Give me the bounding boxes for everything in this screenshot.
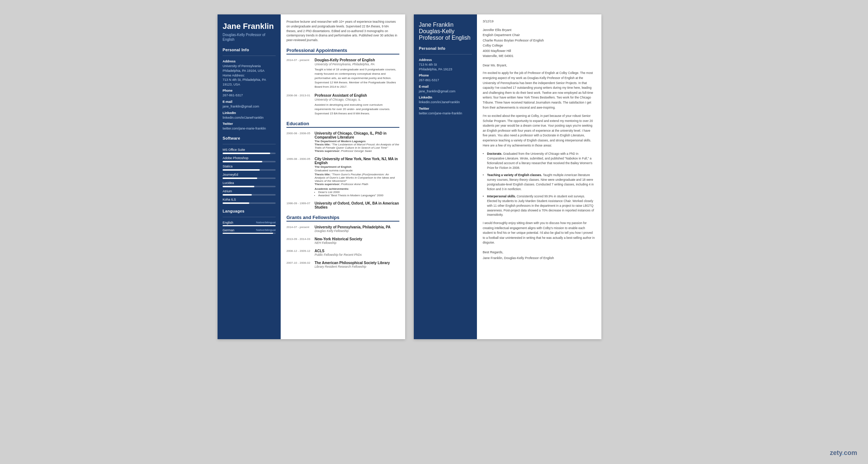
edu-title: University of Chicago, Chicago, IL, PhD … [315, 131, 399, 139]
edu-achievements: Academic achievements: [315, 187, 399, 191]
cover-date: 3/12/19 [483, 19, 596, 23]
resume-title: Douglas-Kelly Professor of English [223, 32, 276, 42]
grant-sub: Library Resident Research Fellowship [315, 265, 399, 268]
lang-level: Native/bilingual [256, 228, 276, 232]
edu-dept: The Department of Modern Laguages [315, 140, 399, 143]
edu-content: University of Oxford, Oxford, UK, BA in … [315, 201, 399, 210]
cover-personal-info-section: Personal Info [419, 46, 472, 51]
edu-thesis-title: Thesis title: "The Lesbianism of Marcel … [315, 143, 399, 149]
cover-email-value: jane_franklin@gmail.com [419, 89, 472, 94]
cover-salutation: Dear Ms. Bryant, [483, 64, 596, 67]
phone-value: 267-861-5317 [223, 93, 276, 98]
edu-title: City University of New York, New York, N… [315, 157, 399, 165]
cover-para1: I'm excited to apply for the job of Prof… [483, 71, 596, 110]
job-desc: Assisted in developing and executing cor… [315, 103, 399, 116]
job-desc: Taught a total of 18 undergraduate and 9… [315, 67, 399, 89]
edu-date: 2000-08 - 2008-05 [286, 131, 311, 153]
divider1 [223, 56, 276, 56]
lang-row: EnglishNative/bilingual [223, 221, 276, 224]
skill-bar-bg [223, 153, 276, 154]
cover-bullet-label: Doctorate. [487, 152, 503, 156]
grant-date: 2014-07 - present [286, 225, 311, 233]
lang-name: English [223, 221, 233, 224]
languages-container: EnglishNative/bilingualGermanNative/bili… [223, 221, 276, 234]
lang-bar-fill [223, 225, 276, 226]
cover-sidebar: Jane Franklin Douglas-Kelly Professor of… [414, 14, 477, 339]
education-section-title: Education [286, 121, 399, 128]
skill-item: Adobe Photoshop [223, 156, 276, 162]
email-value: jane_franklin@gmail.com [223, 104, 276, 109]
cover-linkedin-label: LinkedIn [419, 96, 472, 99]
cover-linkedin-value: linkedin.com/in/JaneFranklin [419, 100, 472, 105]
cover-email-label: E-mail [419, 85, 472, 88]
cover-signature: Jane Franklin, Douglas-Kelly Professor o… [483, 256, 596, 260]
divider2 [223, 144, 276, 144]
skill-name: Koha ILS [223, 198, 276, 201]
skill-bar-fill [223, 161, 262, 162]
skill-bar-fill [223, 194, 252, 196]
cover-closing: Best Regards, [483, 250, 596, 254]
skill-item: Statica [223, 165, 276, 171]
skill-bar-bg [223, 202, 276, 204]
edu-date: 1996-09 - 1999-07 [286, 201, 311, 210]
cover-phone-label: Phone [419, 74, 472, 77]
edu-entry: 1999-08 - 2000-05City University of New … [286, 157, 399, 197]
grant-date: 2007-10 - 2008-02 [286, 261, 311, 268]
lang-bar-fill [223, 233, 273, 234]
grant-content: ACLSPublic Fellowship for Recent PhDs [315, 249, 399, 257]
cover-main: 3/12/19 Jennifer Ellis Bryant English De… [477, 14, 601, 339]
lang-row: GermanNative/bilingual [223, 228, 276, 232]
edu-summa: Graduated summa cum laude [315, 168, 399, 173]
grant-title: ACLS [315, 249, 399, 253]
job-org: University of Pennsylvania, Philadelphia… [315, 62, 399, 66]
skill-item: JourneyEd [223, 173, 276, 179]
job-date: 2008-08 - 2013-01 [286, 93, 311, 116]
grant-title: University of Pennsylvania, Philadelphia… [315, 225, 399, 229]
cover-bullet-item: Interpersonal skills. Consistently score… [483, 194, 596, 217]
cover-address-value: 713 N 4th St Philadelphia, PA 19123 [419, 62, 472, 71]
edu-bullet: Awarded "Best Thesis in Modern Languages… [318, 194, 399, 197]
lang-level: Native/bilingual [256, 221, 276, 224]
skill-name: Statica [223, 165, 276, 168]
cover-document: Jane Franklin Douglas-Kelly Professor of… [414, 14, 601, 339]
grant-entry: 2008-12 - 2009-12ACLSPublic Fellowship f… [286, 249, 399, 257]
grants-section-title: Grants and Fellowships [286, 215, 399, 222]
resume-main: Proactive lecturer and researcher with 1… [281, 14, 405, 339]
cover-para3: I would thoroughly enjoy sitting down wi… [483, 221, 596, 245]
edu-title: University of Oxford, Oxford, UK, BA in … [315, 201, 399, 209]
skill-name: Lucidea [223, 181, 276, 185]
skill-name: Adobe Photoshop [223, 156, 276, 160]
lang-name: German [223, 228, 234, 232]
grants-container: 2014-07 - presentUniversity of Pennsylva… [286, 225, 399, 268]
jobs-container: 2014-07 - presentDouglas-Kelly Professor… [286, 58, 399, 116]
skill-bar-fill [223, 178, 257, 179]
skill-name: Atrium [223, 189, 276, 193]
skill-name: MS Office Suite [223, 148, 276, 152]
cover-bullet-item: Teaching a variety of English classes. T… [483, 173, 596, 191]
cover-divider1 [419, 54, 472, 54]
grant-content: New-York Historical SocietyNEH Fellowshi… [315, 237, 399, 245]
grant-title: The American Philosophical Society Libra… [315, 261, 399, 265]
job-date: 2014-07 - present [286, 58, 311, 89]
job-content: Douglas-Kelly Professor of EnglishUniver… [315, 58, 399, 89]
cover-bullets: Doctorate. Graduated from the University… [483, 152, 596, 217]
cover-name: Jane Franklin [419, 22, 472, 28]
lang-bar-bg [223, 233, 276, 234]
skill-bar-bg [223, 161, 276, 162]
edu-dept: The Department of English [315, 165, 399, 168]
personal-info-section: Personal Info [223, 48, 276, 52]
phone-label: Phone [223, 89, 276, 92]
grant-sub: NEH Fellowship [315, 241, 399, 245]
resume-intro: Proactive lecturer and researcher with 1… [286, 19, 399, 43]
linkedin-value: linkedin.com/in/JaneFranklin [223, 115, 276, 120]
education-container: 2000-08 - 2008-05University of Chicago, … [286, 131, 399, 210]
grant-date: 2013-09 - 2014-03 [286, 237, 311, 245]
edu-supervisor: Thesis supervisor: Professor Anne Plath [315, 183, 399, 186]
edu-date: 1999-08 - 2000-05 [286, 157, 311, 197]
job-org: University of Chicago, Chicago, IL [315, 98, 399, 101]
cover-twitter-label: Twitter [419, 107, 472, 110]
grant-entry: 2014-07 - presentUniversity of Pennsylva… [286, 225, 399, 233]
skill-item: Lucidea [223, 181, 276, 187]
grant-content: University of Pennsylvania, Philadelphia… [315, 225, 399, 233]
edu-supervisor: Thesis supervisor: Professor George Swan [315, 149, 399, 153]
